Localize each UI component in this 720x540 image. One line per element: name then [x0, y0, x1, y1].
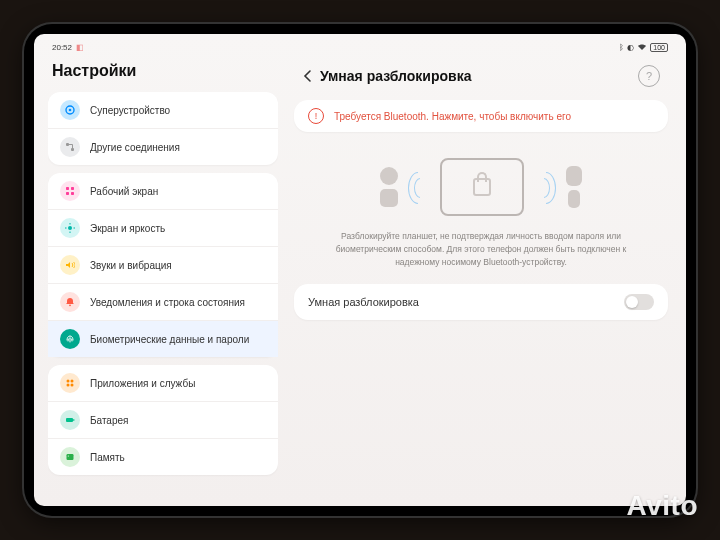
svg-rect-2 [66, 143, 69, 146]
svg-rect-18 [66, 418, 73, 422]
sidebar-item-label: Другие соединения [90, 142, 180, 153]
sidebar-item-label: Суперустройство [90, 105, 170, 116]
status-left: 20:52 ◧ [52, 43, 84, 52]
superdevice-icon [60, 100, 80, 120]
warning-icon: ! [308, 108, 324, 124]
page-title: Умная разблокировка [320, 68, 638, 84]
apps-icon [60, 373, 80, 393]
sound-icon [60, 255, 80, 275]
sidebar-item-brightness[interactable]: Экран и яркость [48, 210, 278, 247]
svg-point-14 [67, 380, 70, 383]
bluetooth-off-icon: ᛒ [619, 43, 624, 52]
watch-icon [380, 189, 398, 207]
sidebar-item-notifications[interactable]: Уведомления и строка состояния [48, 284, 278, 321]
svg-point-17 [71, 384, 74, 387]
help-button[interactable]: ? [638, 65, 660, 87]
svg-point-1 [69, 109, 72, 112]
sidebar-item-homescreen[interactable]: Рабочий экран [48, 173, 278, 210]
status-time: 20:52 [52, 43, 72, 52]
tablet-frame: 20:52 ◧ ᛒ ◐ 100 Настройки Суп [24, 24, 696, 516]
sidebar-item-superdevice[interactable]: Суперустройство [48, 92, 278, 129]
battery-pct: 100 [650, 43, 668, 52]
earbuds-icon [380, 167, 398, 185]
sidebar-item-label: Батарея [90, 415, 128, 426]
main-panel: Умная разблокировка ? ! Требуется Blueto… [290, 60, 672, 494]
settings-title: Настройки [52, 62, 274, 80]
status-bar: 20:52 ◧ ᛒ ◐ 100 [34, 34, 686, 56]
unlock-icon [473, 178, 491, 196]
illus-left [380, 167, 398, 207]
illus-right [566, 166, 582, 208]
sidebar-item-connections[interactable]: Другие соединения [48, 129, 278, 165]
storage-icon [60, 447, 80, 467]
main-content: ! Требуется Bluetooth. Нажмите, чтобы вк… [290, 100, 672, 320]
menu-group: Суперустройство Другие соединения [48, 92, 278, 165]
svg-rect-5 [71, 187, 74, 190]
feature-description: Разблокируйте планшет, не подтверждая ли… [294, 224, 668, 284]
screen: 20:52 ◧ ᛒ ◐ 100 Настройки Суп [34, 34, 686, 506]
bluetooth-warning-banner[interactable]: ! Требуется Bluetooth. Нажмите, чтобы вк… [294, 100, 668, 132]
svg-rect-7 [71, 192, 74, 195]
connections-icon [60, 137, 80, 157]
homescreen-icon [60, 181, 80, 201]
chevron-left-icon [301, 69, 315, 83]
settings-menu: Суперустройство Другие соединения Рабочи… [48, 92, 278, 494]
battery-icon [60, 410, 80, 430]
sidebar-item-apps[interactable]: Приложения и службы [48, 365, 278, 402]
svg-point-15 [71, 380, 74, 383]
sidebar-item-label: Уведомления и строка состояния [90, 297, 245, 308]
status-right: ᛒ ◐ 100 [619, 43, 668, 52]
signal-waves-icon [538, 172, 552, 202]
wifi-icon [637, 43, 647, 51]
menu-group: Рабочий экран Экран и яркость Звуки и ви… [48, 173, 278, 357]
smart-unlock-toggle[interactable] [624, 294, 654, 310]
svg-rect-19 [73, 419, 74, 421]
back-button[interactable] [296, 64, 320, 88]
main-header: Умная разблокировка ? [290, 60, 672, 100]
sidebar-item-label: Звуки и вибрация [90, 260, 172, 271]
status-indicator-icon: ◧ [76, 43, 84, 52]
sidebar-item-label: Рабочий экран [90, 186, 158, 197]
brightness-icon [60, 218, 80, 238]
sidebar-item-sound[interactable]: Звуки и вибрация [48, 247, 278, 284]
signal-waves-icon [412, 172, 426, 202]
bell-icon [60, 292, 80, 312]
sidebar-item-label: Приложения и службы [90, 378, 195, 389]
sidebar-item-biometrics[interactable]: Биометрические данные и пароли [48, 321, 278, 357]
svg-point-8 [68, 226, 72, 230]
smart-unlock-row: Умная разблокировка [294, 284, 668, 320]
sidebar: Настройки Суперустройство Другие соедине… [48, 60, 278, 494]
sidebar-item-label: Биометрические данные и пароли [90, 334, 249, 345]
svg-point-21 [68, 455, 69, 456]
sidebar-item-battery[interactable]: Батарея [48, 402, 278, 439]
illustration [294, 146, 668, 224]
content: Настройки Суперустройство Другие соедине… [34, 56, 686, 506]
sidebar-item-storage[interactable]: Память [48, 439, 278, 475]
eye-comfort-icon: ◐ [627, 43, 634, 52]
sidebar-item-label: Память [90, 452, 125, 463]
row-label: Умная разблокировка [308, 296, 419, 308]
svg-point-13 [69, 304, 71, 306]
sidebar-item-label: Экран и яркость [90, 223, 165, 234]
smartwatch-icon [566, 166, 582, 186]
svg-rect-3 [71, 148, 74, 151]
svg-rect-4 [66, 187, 69, 190]
svg-rect-20 [67, 454, 74, 460]
menu-group: Приложения и службы Батарея Память [48, 365, 278, 475]
svg-rect-6 [66, 192, 69, 195]
fingerprint-icon [60, 329, 80, 349]
band-icon [568, 190, 580, 208]
banner-text: Требуется Bluetooth. Нажмите, чтобы вклю… [334, 111, 571, 122]
tablet-illustration [440, 158, 524, 216]
svg-point-16 [67, 384, 70, 387]
